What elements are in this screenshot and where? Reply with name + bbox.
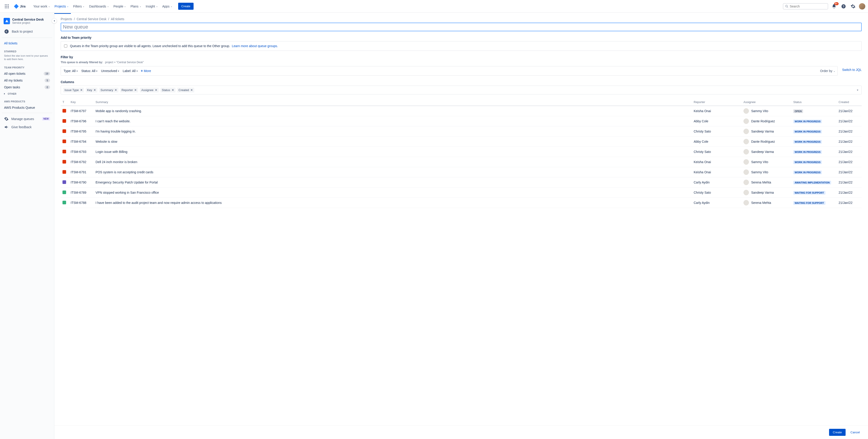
sidebar-item-aws-queue[interactable]: AWS Products Queue <box>2 104 52 111</box>
issue-key[interactable]: ITSM-6794 <box>69 137 94 147</box>
table-row[interactable]: ITSM-6795I'm having trouble logging in.C… <box>61 126 862 137</box>
learn-more-link[interactable]: Learn more about queue groups. <box>232 44 278 48</box>
remove-column-icon[interactable]: ✕ <box>155 88 157 92</box>
remove-column-icon[interactable]: ✕ <box>134 88 137 92</box>
sidebar-queue-item[interactable]: All open tickets19 <box>2 70 52 77</box>
issue-summary[interactable]: I have been added to the audit project t… <box>94 198 692 208</box>
remove-column-icon[interactable]: ✕ <box>80 88 83 92</box>
avatar <box>743 170 749 175</box>
issue-summary[interactable]: VPN stopped working in San Francisco off… <box>94 187 692 198</box>
filter-type[interactable]: Type: All ▾ <box>63 68 78 74</box>
col-type[interactable]: T <box>61 98 69 106</box>
table-row[interactable]: ITSM-6797Mobile app is randomly crashing… <box>61 106 862 116</box>
status-badge: AWAITING IMPLEMENTATION <box>793 181 831 184</box>
table-row[interactable]: ITSM-6794Website is slowAbby ColeDante R… <box>61 137 862 147</box>
issue-key[interactable]: ITSM-6797 <box>69 106 94 116</box>
order-by[interactable]: Order by ⌄ <box>820 69 835 73</box>
table-row[interactable]: ITSM-6791POS system is not accepting cre… <box>61 167 862 177</box>
filter-status[interactable]: Status: All ▾ <box>81 68 98 74</box>
issue-type-icon <box>62 170 66 174</box>
give-feedback[interactable]: Give feedback <box>2 123 52 131</box>
footer-cancel-button[interactable]: Cancel <box>849 429 862 436</box>
table-row[interactable]: ITSM-6796I can't reach the website.Abby … <box>61 116 862 126</box>
breadcrumb-link[interactable]: Projects <box>61 17 72 21</box>
settings-button[interactable] <box>849 3 857 10</box>
issue-summary[interactable]: Website is slow <box>94 137 692 147</box>
filter-more[interactable]: + More <box>141 69 151 73</box>
remove-column-icon[interactable]: ✕ <box>115 88 117 92</box>
issue-key[interactable]: ITSM-6788 <box>69 198 94 208</box>
nav-item-plans[interactable]: Plans ⌄ <box>128 3 143 10</box>
issue-assignee: Dante Rodriguez <box>751 119 775 123</box>
nav-item-filters[interactable]: Filters ⌄ <box>71 3 87 10</box>
issue-summary[interactable]: I'm having trouble logging in. <box>94 126 692 137</box>
columns-expand[interactable] <box>856 89 859 92</box>
nav-item-insight[interactable]: Insight ⌄ <box>144 3 160 10</box>
table-row[interactable]: ITSM-6790Emergency Security Patch Update… <box>61 177 862 187</box>
issue-summary[interactable]: Dell 24 inch monitor is broken <box>94 157 692 167</box>
col-assignee[interactable]: Assignee <box>742 98 792 106</box>
queue-name-input[interactable] <box>61 23 862 31</box>
back-to-project[interactable]: Back to project <box>2 27 52 36</box>
issue-key[interactable]: ITSM-6796 <box>69 116 94 126</box>
chevron-down-icon: ⌄ <box>83 5 85 7</box>
col-summary[interactable]: Summary <box>94 98 692 106</box>
remove-column-icon[interactable]: ✕ <box>172 88 174 92</box>
table-row[interactable]: ITSM-6793Login issue with BillingChristy… <box>61 147 862 157</box>
jira-logo[interactable]: Jira <box>12 4 27 9</box>
global-search[interactable] <box>783 3 828 9</box>
sidebar-item-all-tickets[interactable]: All tickets <box>2 40 52 47</box>
issue-reporter: Christy Sato <box>692 126 742 137</box>
column-tag: Summary✕ <box>99 88 118 92</box>
switch-to-jql[interactable]: Switch to JQL <box>842 68 862 71</box>
nav-item-your-work[interactable]: Your work ⌄ <box>31 3 52 10</box>
search-input[interactable] <box>790 4 826 8</box>
nav-item-apps[interactable]: Apps ⌄ <box>160 3 175 10</box>
issue-summary[interactable]: POS system is not accepting credit cards <box>94 167 692 177</box>
table-row[interactable]: ITSM-6789VPN stopped working in San Fran… <box>61 187 862 198</box>
col-key[interactable]: Key <box>69 98 94 106</box>
filter-label[interactable]: Label: All ▾ <box>122 68 138 74</box>
issue-reporter: Carly Aydin <box>692 198 742 208</box>
breadcrumb-link[interactable]: Central Service Desk <box>76 17 106 21</box>
issue-key[interactable]: ITSM-6790 <box>69 177 94 187</box>
team-priority-checkbox[interactable] <box>64 45 67 48</box>
issue-key[interactable]: ITSM-6795 <box>69 126 94 137</box>
app-switcher-icon[interactable] <box>3 2 11 10</box>
issue-key[interactable]: ITSM-6792 <box>69 157 94 167</box>
create-button[interactable]: Create <box>178 3 193 10</box>
col-status[interactable]: Status <box>792 98 837 106</box>
manage-queues[interactable]: Manage queues NEW <box>2 115 52 123</box>
notifications-button[interactable]: 9+ <box>830 3 838 10</box>
issue-summary[interactable]: Mobile app is randomly crashing. <box>94 106 692 116</box>
help-button[interactable]: ? <box>840 3 847 10</box>
issue-summary[interactable]: Emergency Security Patch Update for Port… <box>94 177 692 187</box>
footer-create-button[interactable]: Create <box>829 429 845 436</box>
nav-item-people[interactable]: People ⌄ <box>111 3 128 10</box>
status-badge: WORK IN PROGRESS <box>793 160 822 164</box>
issue-summary[interactable]: I can't reach the website. <box>94 116 692 126</box>
col-reporter[interactable]: Reporter <box>692 98 742 106</box>
filter-resolution[interactable]: Unresolved ▾ <box>100 68 120 74</box>
sidebar-collapse-button[interactable] <box>52 18 57 24</box>
sidebar-section-other[interactable]: OTHER <box>2 91 52 97</box>
back-arrow-icon <box>4 29 9 34</box>
sidebar-queue-item[interactable]: All my tickets5 <box>2 77 52 84</box>
sidebar-queue-item[interactable]: Open tasks0 <box>2 84 52 91</box>
profile-avatar[interactable] <box>859 3 865 9</box>
table-row[interactable]: ITSM-6788I have been added to the audit … <box>61 198 862 208</box>
issue-key[interactable]: ITSM-6793 <box>69 147 94 157</box>
project-header[interactable]: Central Service Desk Service project <box>2 17 52 27</box>
issue-key[interactable]: ITSM-6789 <box>69 187 94 198</box>
remove-column-icon[interactable]: ✕ <box>190 88 193 92</box>
chevron-down-icon: ⌄ <box>140 5 141 7</box>
team-priority-header: Add to Team priority <box>61 36 862 39</box>
nav-item-dashboards[interactable]: Dashboards ⌄ <box>87 3 111 10</box>
col-created[interactable]: Created <box>837 98 862 106</box>
table-row[interactable]: ITSM-6792Dell 24 inch monitor is brokenK… <box>61 157 862 167</box>
issue-summary[interactable]: Login issue with Billing <box>94 147 692 157</box>
breadcrumb-link[interactable]: All tickets <box>111 17 124 21</box>
remove-column-icon[interactable]: ✕ <box>93 88 96 92</box>
nav-item-projects[interactable]: Projects ⌄ <box>52 3 71 10</box>
issue-key[interactable]: ITSM-6791 <box>69 167 94 177</box>
